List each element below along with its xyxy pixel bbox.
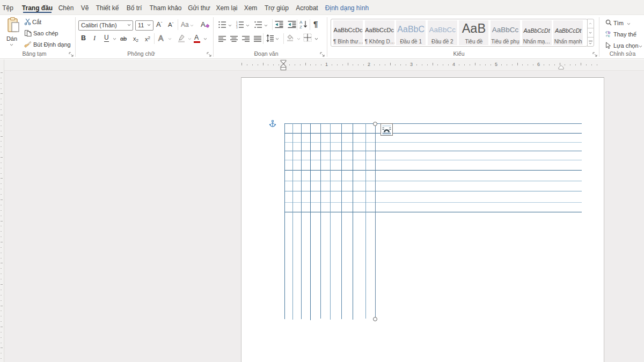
svg-text:c: c [608, 33, 610, 37]
svg-text:3: 3 [236, 26, 238, 29]
svg-text:Z: Z [299, 25, 302, 29]
svg-text:A: A [299, 20, 303, 25]
